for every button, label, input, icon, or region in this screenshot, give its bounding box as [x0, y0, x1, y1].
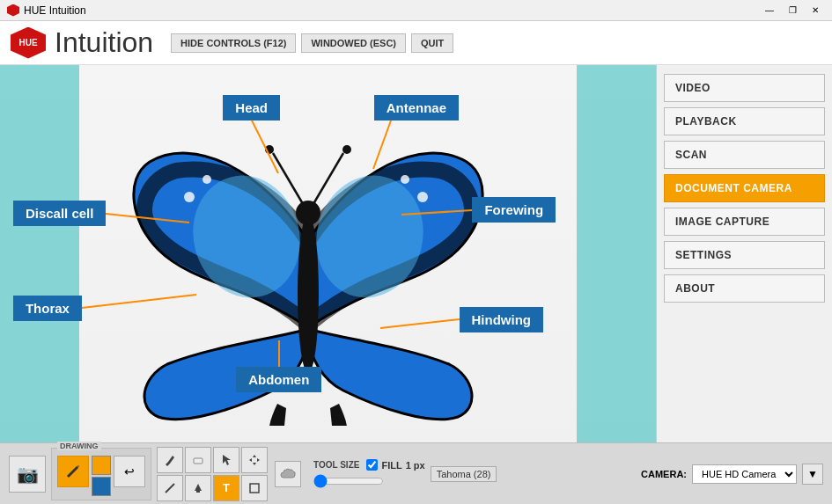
camera-icon: 📷: [17, 464, 39, 485]
toolbar: 📷 DRAWING ↩: [0, 442, 832, 504]
svg-line-20: [166, 484, 174, 493]
minimize-button[interactable]: —: [760, 4, 779, 18]
close-button[interactable]: ✕: [806, 4, 825, 18]
app-title: Intuition: [55, 26, 153, 59]
sidebar-item-playback[interactable]: PLAYBACK: [664, 107, 825, 135]
hue-logo: HUE: [11, 27, 46, 59]
canvas-area[interactable]: Head Antennae Discall cell: [0, 65, 656, 442]
tool-select-button[interactable]: [213, 447, 239, 473]
camera-snapshot-button[interactable]: 📷: [9, 456, 46, 493]
tool-shapes-button[interactable]: [241, 475, 268, 501]
camera-settings-button[interactable]: ▼: [802, 464, 823, 485]
label-thorax: Thorax: [13, 296, 82, 321]
butterfly-background: Head Antennae Discall cell: [0, 65, 656, 442]
font-section: Tahoma (28): [431, 466, 497, 482]
drawing-label: DRAWING: [57, 442, 101, 450]
camera-section: CAMERA: HUE HD Camera ▼: [641, 464, 823, 485]
font-label: Tahoma (28): [437, 469, 491, 479]
title-bar-icon: [7, 4, 19, 17]
label-forewing: Forewing: [472, 197, 556, 223]
title-bar: HUE Intuition — ❐ ✕: [0, 0, 832, 21]
drawing-section: DRAWING ↩: [51, 448, 151, 500]
svg-point-11: [401, 175, 409, 184]
tool-line-button[interactable]: [157, 475, 183, 501]
quit-button[interactable]: QUIT: [411, 33, 453, 53]
label-head: Head: [223, 95, 280, 121]
sidebar-item-about[interactable]: ABOUT: [664, 274, 825, 303]
svg-point-7: [265, 145, 274, 154]
camera-select[interactable]: HUE HD Camera: [692, 464, 797, 484]
sidebar-item-video[interactable]: VIDEO: [664, 74, 825, 102]
camera-label: CAMERA:: [641, 469, 687, 479]
tool-size-section: TOOL SIZE FILL 1 px: [313, 459, 425, 488]
label-discall-cell: Discall cell: [13, 201, 107, 226]
tools-grid: T: [157, 447, 268, 501]
sidebar: VIDEO PLAYBACK SCAN DOCUMENT CAMERA IMAG…: [656, 65, 832, 442]
teal-right-panel: [577, 65, 656, 442]
color-swatch-blue[interactable]: [92, 477, 111, 496]
tool-eraser-button[interactable]: [185, 447, 211, 473]
header-buttons: HIDE CONTROLS (F12) WINDOWED (ESC) QUIT: [171, 33, 453, 53]
sidebar-item-scan[interactable]: SCAN: [664, 141, 825, 169]
label-abdomen: Abdomen: [236, 367, 321, 392]
sidebar-item-image-capture[interactable]: IMAGE CAPTURE: [664, 208, 825, 236]
sidebar-item-settings[interactable]: SETTINGS: [664, 241, 825, 269]
teal-left-panel: [0, 65, 79, 442]
fill-label: FILL: [381, 460, 401, 471]
tool-text-button[interactable]: T: [213, 475, 239, 501]
svg-point-10: [417, 192, 428, 202]
fill-px: 1 px: [406, 460, 425, 471]
tool-fill-button[interactable]: [185, 475, 211, 501]
svg-rect-22: [250, 484, 259, 493]
tool-undo-button[interactable]: ↩: [114, 456, 145, 487]
tool-pen-button[interactable]: [57, 456, 89, 487]
svg-point-2: [298, 215, 319, 373]
window-controls: — ❐ ✕: [760, 4, 825, 18]
hide-controls-button[interactable]: HIDE CONTROLS (F12): [171, 33, 296, 53]
sidebar-item-document-camera[interactable]: DOCUMENT CAMERA: [664, 174, 825, 202]
maximize-button[interactable]: ❐: [783, 4, 802, 18]
svg-rect-21: [196, 491, 200, 493]
tool-size-slider[interactable]: [313, 474, 384, 488]
tool-move-button[interactable]: [241, 447, 268, 473]
svg-point-9: [202, 175, 211, 184]
label-hindwing: Hindwing: [460, 307, 544, 332]
main-content: Head Antennae Discall cell: [0, 65, 832, 442]
fill-section: FILL 1 px: [366, 459, 424, 471]
tool-extra-button[interactable]: [275, 461, 301, 487]
title-bar-text: HUE Intuition: [24, 4, 86, 17]
windowed-button[interactable]: WINDOWED (ESC): [301, 33, 406, 53]
header: HUE Intuition HIDE CONTROLS (F12) WINDOW…: [0, 21, 832, 65]
svg-rect-19: [194, 458, 202, 464]
svg-point-5: [342, 145, 351, 154]
tool-size-label: TOOL SIZE: [313, 460, 359, 470]
drawing-tools: ↩: [57, 456, 145, 496]
fill-checkbox[interactable]: [366, 459, 378, 471]
svg-point-8: [184, 192, 195, 202]
label-antennae: Antennae: [374, 95, 459, 121]
color-swatch-orange[interactable]: [92, 456, 111, 475]
tool-pencil-button[interactable]: [157, 447, 183, 473]
